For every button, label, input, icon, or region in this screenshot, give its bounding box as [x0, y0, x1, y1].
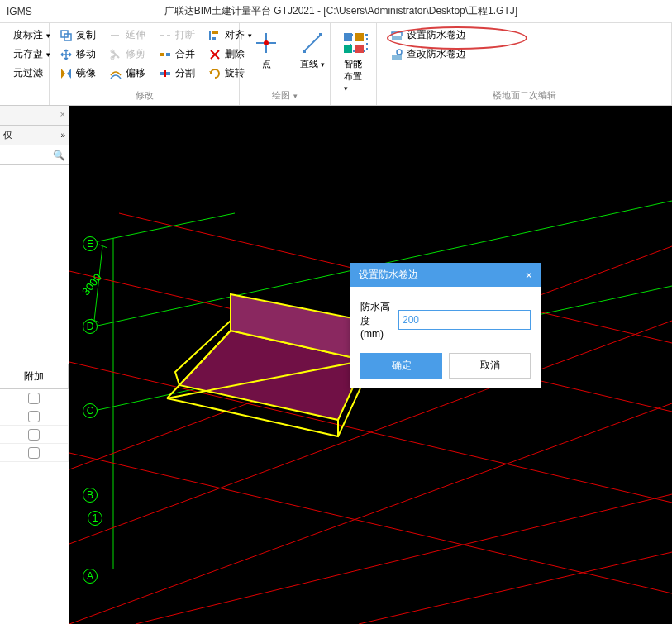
split-label: 分割 — [175, 66, 195, 80]
modify-group-title: 修改 — [56, 89, 232, 102]
secondary-group-title: 楼地面二次编辑 — [384, 89, 665, 102]
search-icon[interactable]: 🔍 — [53, 150, 65, 161]
svg-line-47 — [69, 453, 672, 593]
point-button[interactable]: 点 — [246, 26, 286, 74]
smart-layout-button[interactable]: 智能布置▾ — [337, 26, 369, 96]
axis-label-e: E — [83, 236, 98, 251]
move-button[interactable]: 移动 — [56, 45, 99, 63]
svg-line-48 — [69, 403, 672, 624]
svg-rect-35 — [392, 55, 402, 60]
dialog-title-text: 设置防水卷边 — [359, 268, 418, 282]
checkbox[interactable] — [28, 393, 40, 404]
svg-line-42 — [99, 245, 107, 248]
mirror-button[interactable]: 镜像 — [56, 64, 99, 82]
svg-line-52 — [359, 552, 672, 624]
point-label: 点 — [262, 58, 271, 70]
table-row[interactable] — [0, 444, 69, 462]
trim-label: 修剪 — [126, 47, 145, 61]
move-label: 移动 — [76, 47, 96, 61]
table-row[interactable] — [0, 407, 69, 426]
svg-rect-27 — [303, 50, 306, 53]
svg-line-26 — [304, 35, 321, 51]
offset-label: 偏移 — [126, 66, 145, 80]
dialog-field-label: 防水高度(mm) — [360, 300, 392, 340]
dim-annotate-button[interactable]: 度标注▾ — [7, 26, 42, 44]
line-button[interactable]: 直线 ▾ — [293, 26, 332, 74]
waterproof-dialog: 设置防水卷边 × 防水高度(mm) 确定 取消 — [350, 263, 541, 388]
table-row[interactable] — [0, 389, 69, 407]
svg-rect-13 — [160, 53, 164, 56]
svg-rect-32 — [344, 45, 352, 53]
set-waterproof-label: 设置防水卷边 — [407, 28, 466, 42]
brand-label: IGMS — [7, 6, 32, 17]
save-element-label: 元存盘 — [13, 47, 43, 61]
merge-button[interactable]: 合并 — [155, 45, 198, 63]
checkbox[interactable] — [28, 411, 40, 422]
axis-label-d: D — [83, 319, 98, 334]
draw-group-title: 绘图 — [272, 90, 290, 100]
extend-label: 延伸 — [126, 28, 145, 42]
search-input[interactable] — [3, 150, 45, 160]
trim-button: 修剪 — [106, 45, 149, 63]
break-button: 打断 — [155, 26, 198, 44]
split-button[interactable]: 分割 — [155, 64, 198, 82]
svg-rect-34 — [392, 36, 402, 40]
cancel-button[interactable]: 取消 — [449, 353, 531, 379]
filter-element-button[interactable]: 元过滤 — [7, 64, 42, 82]
panel-tab[interactable]: × — [0, 106, 69, 126]
svg-point-25 — [264, 40, 269, 45]
merge-label: 合并 — [175, 47, 195, 61]
break-label: 打断 — [175, 28, 195, 42]
svg-rect-14 — [166, 53, 170, 56]
svg-marker-6 — [67, 69, 71, 79]
copy-label: 复制 — [76, 28, 96, 42]
svg-line-37 — [90, 213, 235, 243]
checkbox[interactable] — [28, 447, 40, 459]
checkbox[interactable] — [28, 429, 40, 441]
save-element-button[interactable]: 元存盘▾ — [7, 45, 42, 63]
axis-label-c: C — [83, 403, 98, 418]
svg-point-36 — [397, 50, 402, 55]
svg-rect-19 — [212, 37, 216, 40]
copy-button[interactable]: 复制 — [56, 26, 99, 44]
axis-label-a: A — [83, 569, 98, 584]
svg-rect-28 — [319, 33, 322, 36]
axis-label-1: 1 — [88, 511, 102, 526]
smart-layout-label: 智能布置 — [344, 59, 362, 81]
table-row[interactable] — [0, 426, 69, 444]
close-icon[interactable]: × — [60, 109, 65, 119]
line-label: 直线 — [300, 59, 318, 69]
svg-rect-30 — [344, 33, 352, 41]
svg-marker-5 — [61, 69, 65, 79]
set-waterproof-button[interactable]: 设置防水卷边 — [387, 26, 665, 44]
ok-button[interactable]: 确定 — [360, 353, 442, 379]
extend-button: 延伸 — [106, 26, 149, 44]
offset-button[interactable]: 偏移 — [106, 64, 149, 82]
panel-subtab-label: 仅 — [3, 129, 12, 141]
check-waterproof-label: 查改防水卷边 — [407, 47, 466, 61]
panel-subtab[interactable]: 仅 » — [0, 126, 69, 145]
svg-rect-31 — [355, 33, 364, 41]
mirror-label: 镜像 — [76, 66, 96, 80]
app-title: 广联达BIM土建计量平台 GTJ2021 - [C:\Users\Adminis… — [164, 4, 517, 18]
check-waterproof-button[interactable]: 查改防水卷边 — [387, 45, 665, 63]
dialog-close-icon[interactable]: × — [526, 269, 532, 282]
dim-annotate-label: 度标注 — [13, 28, 43, 42]
svg-line-49 — [136, 494, 672, 624]
table-header-extra: 附加 — [0, 364, 69, 388]
filter-element-label: 元过滤 — [13, 66, 43, 80]
waterproof-height-input[interactable] — [398, 310, 531, 330]
viewport-3d[interactable]: E D C B 1 A 3000 设置防水卷边 × 防水高度(mm) 确定 取消 — [69, 106, 672, 624]
svg-rect-18 — [212, 31, 218, 34]
svg-rect-33 — [355, 45, 364, 53]
axis-label-b: B — [83, 488, 98, 503]
